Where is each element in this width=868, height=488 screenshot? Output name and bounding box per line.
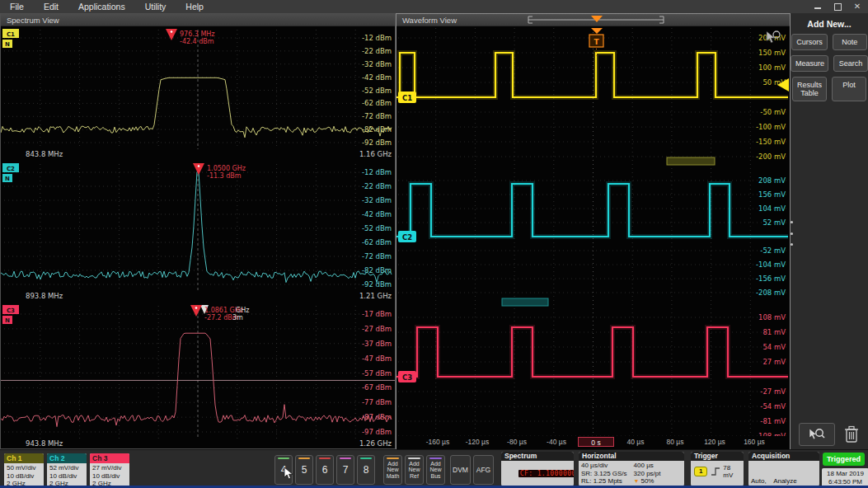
menu-edit[interactable]: Edit (44, 2, 59, 12)
db-axis-label: -12 dBm (362, 168, 392, 176)
voltage-axis-label: 150 mV (758, 49, 786, 57)
spectrum-view-title: Spectrum View (1, 14, 395, 26)
add-new-math-button[interactable]: AddNewMath (383, 455, 402, 485)
channel-button-6[interactable]: 6 (316, 455, 334, 485)
sidebar-bottom-tools (791, 423, 868, 446)
annotation-box[interactable] (502, 298, 548, 306)
trigger-panel-title: Trigger (691, 452, 744, 461)
close-icon[interactable]: ✕ (853, 2, 861, 11)
menu-help[interactable]: Help (185, 2, 204, 12)
spectrum-trace (1, 333, 392, 426)
add-new-note[interactable]: Note (833, 34, 867, 50)
db-axis-label: -57 dBm (362, 369, 392, 378)
voltage-axis-label: -100 mV (756, 123, 786, 131)
time-axis-label: 80 µs (655, 438, 695, 446)
channel-button-5[interactable]: 5 (295, 455, 313, 485)
channel-setting: 27 mV/div (92, 464, 127, 472)
channel-badge-ch1[interactable]: Ch 150 mV/div10 dB/div2 GHz (4, 453, 44, 487)
marker-white-fragment: 3m (232, 314, 243, 321)
dvm-button[interactable]: DVM (450, 455, 471, 485)
voltage-axis-label: -27 mV (760, 387, 786, 396)
channel-badge-ch2[interactable]: Ch 252 mV/div10 dB/div2 GHz (47, 453, 87, 487)
svg-text:N: N (5, 176, 10, 182)
acquisition-settings-panel[interactable]: Acquisition Auto, Analyze Sample: 8 bits… (748, 452, 819, 486)
trigger-level: 78 mV (723, 464, 740, 479)
voltage-axis-label: 81 mV (762, 328, 786, 336)
db-axis-label: -42 dBm (362, 73, 392, 82)
channel-badge-ch3[interactable]: Ch 327 mV/div10 dB/div2 GHz (90, 453, 129, 487)
spectrum-panel-c3[interactable]: -17 dBm-27 dBm-37 dBm-47 dBm-57 dBm-67 d… (1, 303, 395, 450)
spectrum-panel-title: Spectrum (501, 452, 574, 461)
voltage-axis-label: 208 mV (758, 176, 786, 185)
add-new-title: Add New... (791, 19, 868, 29)
start-frequency-label: 943.8 MHz (26, 439, 63, 448)
db-axis-label: -47 dBm (362, 354, 392, 363)
svg-text:C3: C3 (7, 307, 15, 314)
add-new-measure[interactable]: Measure (791, 55, 828, 72)
db-axis-label: -12 dBm (362, 34, 392, 42)
waveform-plot[interactable]: 200 mV150 mV100 mV50 mV-50 mV-100 mV-150… (396, 26, 790, 436)
panel-splitter[interactable] (790, 221, 794, 246)
maximize-icon[interactable] (833, 2, 842, 11)
stop-frequency-label: 1.16 GHz (359, 150, 392, 158)
spectrum-panel-c1[interactable]: -12 dBm-22 dBm-32 dBm-42 dBm-52 dBm-62 d… (1, 26, 395, 161)
add-new-ref-button[interactable]: AddNewRef (405, 455, 424, 485)
acquisition-window-indicator[interactable] (396, 14, 790, 26)
add-new-buttons: CursorsNoteMeasureSearchResultsTablePlot (791, 34, 868, 101)
db-axis-label: -62 dBm (362, 99, 392, 107)
voltage-axis-label: -104 mV (756, 260, 786, 269)
afg-button[interactable]: AFG (473, 455, 494, 485)
horizontal-panel-title: Horizontal (579, 452, 684, 461)
spectrum-panel-c2[interactable]: -12 dBm-22 dBm-32 dBm-42 dBm-52 dBm-62 d… (1, 161, 395, 303)
acquisition-panel-title: Acquisition (748, 452, 819, 461)
channel-button-4[interactable]: 4 (274, 455, 293, 485)
trigger-source-badge: 1 (694, 467, 707, 476)
db-axis-label: -22 dBm (362, 47, 392, 55)
voltage-axis-label: -208 mV (756, 289, 786, 297)
horizontal-setting: SR: 3.125 GS/s (581, 470, 627, 478)
marker-triangle[interactable] (193, 163, 204, 175)
stop-frequency-label: 1.21 GHz (359, 292, 392, 300)
db-axis-label: -37 dBm (362, 340, 392, 348)
voltage-axis-label: 100 mV (758, 63, 786, 72)
channel-button-7[interactable]: 7 (336, 455, 354, 485)
trigger-position-arrow[interactable] (591, 16, 603, 22)
time-zero-box: 0 s (578, 437, 614, 447)
svg-text:C2: C2 (402, 233, 412, 242)
trash-icon[interactable] (843, 425, 860, 444)
start-frequency-label: 893.8 MHz (26, 292, 63, 300)
voltage-axis-label: -54 mV (760, 402, 786, 411)
db-axis-label: -17 dBm (362, 310, 392, 318)
zoom-mode-button[interactable] (799, 423, 835, 446)
spectrum-settings-panel[interactable]: Spectrum CF: 1.10000000 GHz Span: 312.50… (501, 452, 574, 486)
time-axis-label: 160 µs (734, 438, 774, 446)
time-axis-label: -80 µs (497, 438, 537, 446)
add-new-bus-button[interactable]: AddNewBus (426, 455, 445, 485)
menu-applications[interactable]: Applications (78, 2, 125, 12)
db-axis-label: -97 dBm (362, 428, 392, 436)
voltage-axis-label: 54 mV (762, 343, 786, 351)
annotation-box[interactable] (667, 157, 715, 165)
triggered-status-badge: Triggered (823, 453, 865, 466)
time-axis-label: -40 µs (537, 438, 576, 446)
menu-utility[interactable]: Utility (145, 2, 167, 12)
marker-triangle[interactable] (190, 305, 202, 317)
minimize-icon[interactable] (814, 2, 822, 11)
db-axis-label: -92 dBm (362, 138, 392, 147)
trigger-settings-panel[interactable]: Trigger 1 78 mV (691, 452, 744, 486)
stop-frequency-label: 1.26 GHz (359, 439, 392, 448)
channel-button-8[interactable]: 8 (357, 455, 375, 485)
db-axis-label: -72 dBm (362, 112, 392, 120)
horizontal-settings-panel[interactable]: Horizontal 40 µs/divSR: 3.125 GS/sRL: 1.… (579, 452, 684, 486)
add-new-search[interactable]: Search (833, 55, 868, 72)
add-new-plot[interactable]: Plot (832, 77, 866, 101)
menu-file[interactable]: File (10, 2, 24, 12)
voltage-axis-label: 27 mV (762, 358, 786, 366)
channel-setting: 52 mV/div (49, 464, 84, 472)
add-new-cursors[interactable]: Cursors (791, 34, 828, 50)
add-new-results-table[interactable]: ResultsTable (792, 77, 827, 101)
horizontal-setting: RL: 1.25 Mpts (581, 477, 627, 486)
marker-triangle[interactable] (166, 29, 177, 40)
horizontal-setting: 40 µs/div (581, 462, 627, 470)
spectrum-view: Spectrum View -12 dBm-22 dBm-32 dBm-42 d… (0, 13, 396, 449)
